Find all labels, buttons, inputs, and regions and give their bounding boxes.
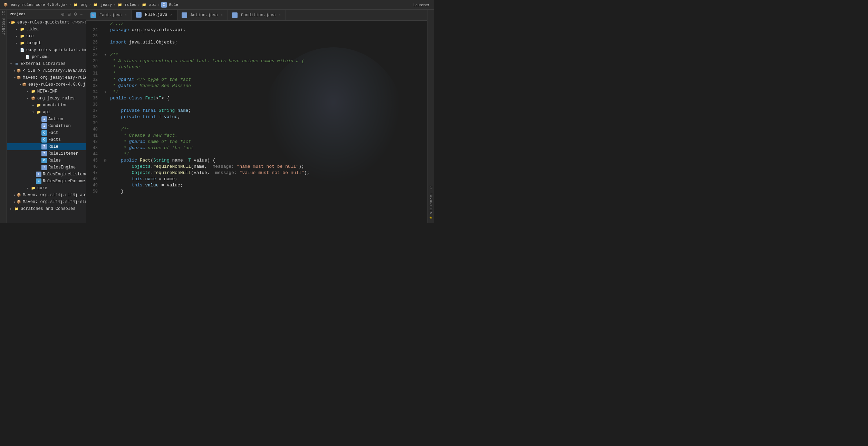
tab-condition[interactable]: I Condition.java × [228, 10, 286, 20]
src-folder-icon: 📁 [19, 33, 25, 39]
line-num: 24 [86, 27, 102, 33]
maven-core-label: Maven: org.jeasy:easy-rules-core:4.0.0 [23, 75, 86, 80]
rule-tab-icon: I [136, 12, 142, 18]
project-strip-label[interactable]: 1: Project [1, 11, 5, 35]
sidebar-item-maven-core[interactable]: 📦 Maven: org.jeasy:easy-rules-core:4.0.0 [7, 74, 86, 81]
line-gutter [102, 164, 109, 170]
line-num: 46 [86, 164, 102, 170]
line-content: public Fact(String name, T value) { [109, 157, 427, 164]
sidebar-item-idea[interactable]: 📁 .idea [7, 26, 86, 33]
code-line: 36 [86, 101, 427, 108]
line-gutter [102, 145, 109, 151]
line-content: Objects.requireNonNull(value, message: "… [109, 170, 427, 176]
sidebar-item-api[interactable]: 📁 api [7, 109, 86, 116]
tab-action[interactable]: I Action.java × [177, 10, 228, 20]
sidebar-item-slf4j-api[interactable]: 📦 Maven: org.slf4j:slf4j-api:1.7.30 [7, 192, 86, 198]
sidebar-title: Project [10, 12, 26, 16]
code-line: 32 * @param <T> type of the fact [86, 77, 427, 83]
code-editor[interactable]: /.../ 24 package org.jeasy.rules.api; 25… [86, 21, 427, 223]
condition-label: Condition [48, 124, 71, 128]
line-gutter [102, 133, 109, 139]
root-label: easy-rules-quickstart [17, 20, 69, 25]
sidebar-header: Project ⊕ ⊟ ⚙ − [7, 10, 86, 19]
action-tab-icon: I [182, 12, 187, 18]
sidebar-item-iml[interactable]: 📄 easy-rules-quickstart.iml [7, 47, 86, 54]
iml-icon: 📄 [19, 47, 25, 53]
line-num: 42 [86, 139, 102, 145]
line-gutter: ▾ [102, 89, 109, 95]
line-gutter: ▾ [102, 52, 109, 58]
sidebar-item-external-libs[interactable]: ⊞ External Libraries [7, 60, 86, 67]
line-num: 48 [86, 176, 102, 182]
target-label: target [26, 41, 41, 46]
tab-condition-close[interactable]: × [278, 13, 281, 17]
tree-root[interactable]: 📂 easy-rules-quickstart ~/Workspace/easy… [7, 19, 86, 26]
sidebar-item-slf4j-simple[interactable]: 📦 Maven: org.slf4j:slf4j-simple:1.7.30 [7, 198, 86, 205]
sidebar-item-rulelistener[interactable]: I RuleListener [7, 150, 86, 157]
line-gutter [102, 27, 109, 33]
locate-file-button[interactable]: ⊕ [60, 12, 65, 17]
code-line: 27 [86, 46, 427, 52]
sidebar-item-core[interactable]: 📁 core [7, 185, 86, 192]
line-num: 49 [86, 182, 102, 188]
line-gutter [102, 33, 109, 39]
tabs-bar: C Fact.java × I Rule.java × I Action.jav… [86, 10, 427, 21]
sidebar-item-fact[interactable]: C Fact [7, 129, 86, 136]
slf4j-api-icon: 📦 [16, 192, 21, 198]
rulesengine-params-icon: C [36, 178, 41, 184]
line-num: 28 [86, 52, 102, 58]
sidebar-actions: ⊕ ⊟ ⚙ − [60, 12, 83, 17]
rulesenginelistener-label: RulesEngineListener [43, 172, 86, 177]
line-gutter [102, 101, 109, 108]
favorites-label[interactable]: 2: Favorites [429, 185, 433, 214]
line-gutter [102, 151, 109, 157]
root-path: ~/Workspace/easy-rules-q [71, 20, 86, 25]
sidebar-item-jdk[interactable]: 📦 < 1.8 > /Library/Java/JavaVirtualMachi… [7, 67, 86, 74]
sidebar-item-facts[interactable]: C Facts [7, 136, 86, 143]
line-num: 33 [86, 83, 102, 89]
sidebar-item-jar[interactable]: 📦 easy-rules-core-4.0.0.jar library root [7, 81, 86, 88]
tab-fact[interactable]: C Fact.java × [86, 10, 132, 20]
sidebar-item-scratches[interactable]: 📁 Scratches and Consoles [7, 205, 86, 212]
sidebar-item-rule[interactable]: I Rule [7, 143, 86, 150]
tab-rule[interactable]: I Rule.java × [132, 10, 177, 20]
sidebar-item-metainf[interactable]: 📁 META-INF [7, 88, 86, 95]
sidebar-item-target[interactable]: 📁 target [7, 40, 86, 47]
sidebar-item-rulesenginelistener[interactable]: I RulesEngineListener [7, 171, 86, 178]
rule-icon: I [41, 144, 47, 149]
code-line: 47 Objects.requireNonNull(value, message… [86, 170, 427, 176]
sidebar-item-src[interactable]: 📁 src [7, 33, 86, 40]
sidebar-item-org-jeasy[interactable]: 📦 org.jeasy.rules [7, 95, 86, 102]
line-content: * A class representing a named fact. Fac… [109, 58, 427, 64]
line-gutter [102, 120, 109, 126]
sidebar-item-rules[interactable]: C Rules [7, 157, 86, 164]
action-icon: I [41, 116, 47, 122]
line-gutter [102, 83, 109, 89]
folder-icon: 📁 [93, 2, 98, 8]
code-line: 42 * @param name of the fact [86, 139, 427, 145]
sidebar-item-action[interactable]: I Action [7, 116, 86, 123]
main-layout: 1: Project Project ⊕ ⊟ ⚙ − 📂 easy-rules-… [0, 10, 434, 223]
collapse-button[interactable]: ⊟ [67, 12, 71, 17]
sidebar[interactable]: Project ⊕ ⊟ ⚙ − 📂 easy-rules-quickstart … [7, 10, 86, 223]
line-content: * Create a new fact. [109, 133, 427, 139]
tab-fact-close[interactable]: × [124, 13, 127, 17]
line-content: import java.util.Objects; [109, 39, 427, 46]
tab-action-close[interactable]: × [220, 13, 223, 17]
close-sidebar-button[interactable]: − [79, 12, 83, 17]
fact-icon: C [41, 130, 47, 136]
tab-rule-close[interactable]: × [170, 13, 173, 17]
sidebar-item-rulesengine-params[interactable]: C RulesEngineParameters [7, 178, 86, 185]
sidebar-item-annotation[interactable]: 📁 annotation [7, 102, 86, 109]
sidebar-item-condition[interactable]: I Condition [7, 123, 86, 129]
breadcrumb: 📦 easy-rules-core-4.0.0.jar › 📁 org › 📁 … [3, 2, 178, 8]
settings-button[interactable]: ⚙ [73, 12, 78, 17]
org-jeasy-label: org.jeasy.rules [37, 96, 75, 101]
sidebar-item-rulesengine[interactable]: I RulesEngine [7, 164, 86, 171]
sidebar-item-pom[interactable]: 📄 pom.xml [7, 54, 86, 60]
line-num: 44 [86, 151, 102, 157]
launcher-button[interactable]: Launcher [411, 2, 431, 8]
line-gutter [102, 70, 109, 77]
jar-icon: 📦 [21, 82, 27, 87]
folder-icon: 📁 [73, 2, 78, 8]
